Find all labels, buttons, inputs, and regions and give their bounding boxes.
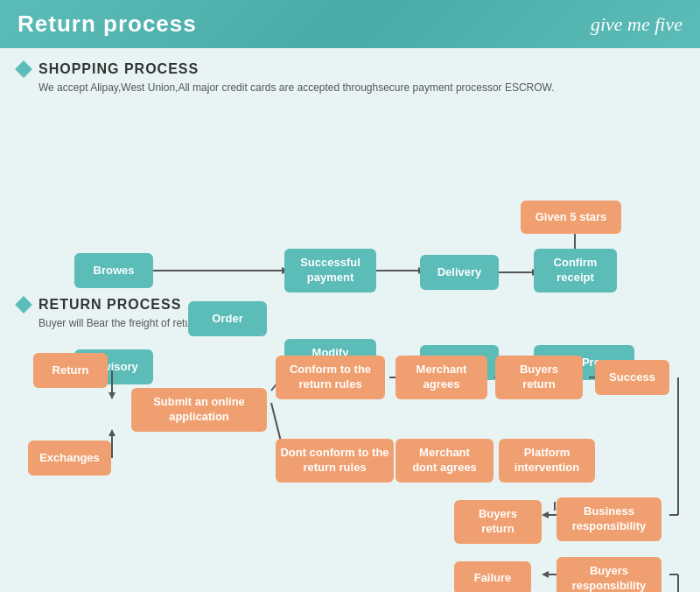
buyers-responsibility-box: Buyersresponsibility xyxy=(556,557,662,592)
exchanges-button-box: Exchanges xyxy=(28,440,111,476)
success-box: Success xyxy=(595,360,669,395)
given-5-stars-box: Given 5 stars xyxy=(521,201,621,234)
delivery-box: Delivery xyxy=(420,255,499,290)
svg-marker-26 xyxy=(108,429,116,436)
return-flow-diagram: Return Exchanges Submit an onlineapplica… xyxy=(18,340,682,592)
order-box: Order xyxy=(188,301,267,336)
confirm-receipt-box: Confirmreceipt xyxy=(534,249,617,292)
page-title: Return process xyxy=(18,11,197,38)
shopping-title: SHOPPING PROCESS xyxy=(38,61,199,77)
return-title: RETURN PROCESS xyxy=(38,297,181,313)
svg-marker-43 xyxy=(542,511,549,518)
diamond-icon-return xyxy=(15,296,32,314)
failure-box: Failure xyxy=(454,561,531,592)
browes-box: Browes xyxy=(74,253,153,288)
shopping-description: We accept Alipay,West Union,All major cr… xyxy=(38,81,682,94)
conform-rules-box: Conform to thereturn rules xyxy=(276,356,385,399)
successful-payment-box: Successfulpayment xyxy=(284,249,376,292)
svg-marker-24 xyxy=(108,392,116,399)
svg-marker-46 xyxy=(542,571,549,578)
buyers-return-mid-box: Buyersreturn xyxy=(454,500,542,544)
merchant-dont-agrees-box: Merchantdont agrees xyxy=(396,439,494,483)
platform-intervention-box: Platformintervention xyxy=(499,439,595,483)
merchant-agrees-box: Merchantagrees xyxy=(396,356,487,399)
return-button-box: Return xyxy=(33,353,108,388)
submit-online-box: Submit an onlineapplication xyxy=(131,388,267,432)
diamond-icon-shopping xyxy=(15,60,32,78)
return-section-header: RETURN PROCESS xyxy=(18,297,682,313)
header: Return process give me five xyxy=(0,0,700,48)
shopping-section-header: SHOPPING PROCESS xyxy=(18,61,682,77)
main-content: SHOPPING PROCESS We accept Alipay,West U… xyxy=(0,48,700,592)
logo-text: give me five xyxy=(591,13,682,36)
business-responsibility-box: Businessresponsibility xyxy=(556,497,662,541)
buyers-return-top-box: Buyersreturn xyxy=(495,356,583,399)
shopping-flow-diagram: Browes Order Advisory ModifyShipping Suc… xyxy=(18,104,682,288)
dont-conform-rules-box: Dont conform to thereturn rules xyxy=(276,439,394,483)
return-description: Buyer will Bear the freight of return or… xyxy=(38,317,682,329)
